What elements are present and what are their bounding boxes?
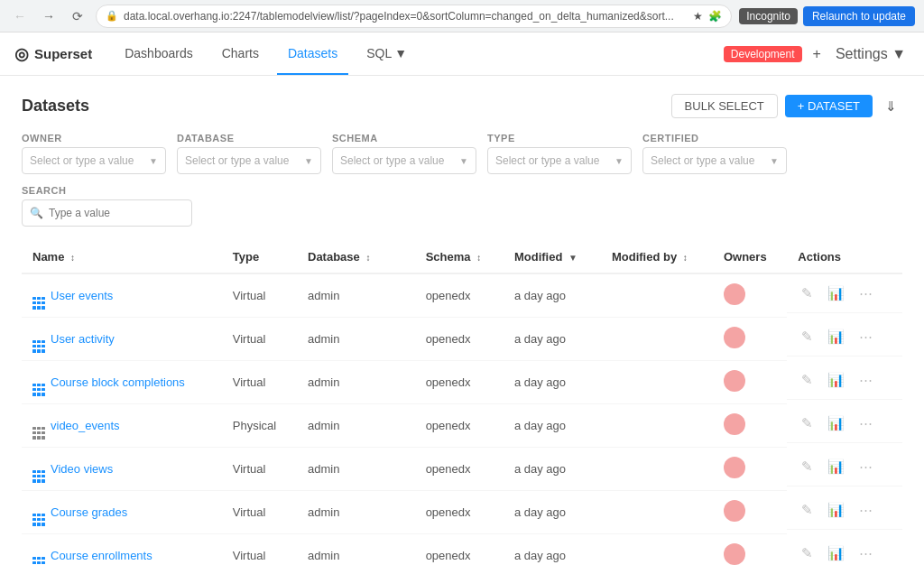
filter-schema-select[interactable]: Select or type a value ▼ [332,147,476,174]
add-nav-button[interactable]: + [809,42,825,66]
forward-button[interactable]: → [38,5,60,27]
search-input[interactable] [49,207,184,219]
more-actions-button[interactable]: ⋯ [855,370,876,390]
add-dataset-button[interactable]: + DATASET [785,95,873,117]
edit-dataset-button[interactable]: ✎ [798,327,817,347]
col-name[interactable]: Name ↕ [22,241,222,273]
virtual-dataset-icon [32,384,45,396]
name-sort-icon: ↕ [70,253,75,263]
cell-modified: a day ago [504,273,601,318]
filter-database-label: DATABASE [177,133,321,144]
more-actions-button[interactable]: ⋯ [855,413,876,433]
more-actions-button[interactable]: ⋯ [855,457,876,477]
filter-certified-select[interactable]: Select or type a value ▼ [642,147,787,174]
cell-actions: ✎📊⋯ [787,274,902,313]
filter-owner-value: Select or type a value [30,154,134,167]
filter-schema-group: SCHEMA Select or type a value ▼ [332,133,476,174]
more-actions-button[interactable]: ⋯ [855,543,876,563]
filter-database-chevron-icon: ▼ [304,156,313,166]
cell-type: Virtual [222,318,297,361]
col-owners: Owners [713,241,787,273]
cell-name: Video views [22,448,222,491]
dataset-name-link[interactable]: Course block completions [51,375,185,389]
edit-dataset-button[interactable]: ✎ [798,370,817,390]
owner-avatar [724,543,745,565]
dataset-name-link[interactable]: Course grades [51,505,127,519]
settings-label: Settings [836,46,888,61]
filter-schema-label: SCHEMA [332,133,476,144]
owner-avatar [724,327,745,348]
cell-database: admin [297,448,415,491]
browser-actions: Incognito Relaunch to update [739,6,915,26]
virtual-dataset-icon [32,514,45,526]
chart-dataset-button[interactable]: 📊 [824,327,848,347]
dataset-name-link[interactable]: video_events [51,419,120,432]
cell-database: admin [297,361,415,404]
filter-certified-group: CERTIFIED Select or type a value ▼ [642,133,787,174]
table-row: Course block completionsVirtualadminopen… [22,361,902,404]
filter-database-select[interactable]: Select or type a value ▼ [177,147,321,174]
settings-button[interactable]: Settings ▼ [832,42,910,66]
filter-owner-group: OWNER Select or type a value ▼ [22,133,166,174]
owner-avatar [724,500,745,522]
cell-name: Course grades [22,491,222,534]
cell-owners [713,448,787,491]
filter-database-group: DATABASE Select or type a value ▼ [177,133,321,174]
edit-dataset-button[interactable]: ✎ [798,543,817,563]
cell-actions: ✎📊⋯ [787,448,902,486]
cell-actions: ✎📊⋯ [787,404,902,443]
nav-sql[interactable]: SQL ▼ [356,33,418,75]
logo-text: Superset [34,46,92,61]
nav-charts[interactable]: Charts [211,33,270,75]
filter-type-chevron-icon: ▼ [614,156,624,166]
reload-button[interactable]: ⟳ [67,5,88,27]
dataset-icon [32,289,45,301]
filter-owner-select[interactable]: Select or type a value ▼ [22,147,166,174]
cell-type: Virtual [222,361,297,404]
more-actions-button[interactable]: ⋯ [855,327,876,347]
virtual-dataset-icon [32,340,45,353]
col-modified[interactable]: Modified ▼ [504,241,601,273]
dataset-name-link[interactable]: Course enrollments [51,549,152,562]
owner-avatar [724,457,745,478]
chart-dataset-button[interactable]: 📊 [824,283,848,303]
sql-chevron-icon: ▼ [394,46,407,60]
logo[interactable]: ◎ Superset [14,44,92,64]
back-button[interactable]: ← [9,5,31,27]
filter-search-label: SEARCH [22,185,192,196]
cell-actions: ✎📊⋯ [787,318,902,357]
edit-dataset-button[interactable]: ✎ [798,457,817,477]
bulk-select-button[interactable]: BULK SELECT [671,94,778,118]
dataset-name-link[interactable]: Video views [51,462,113,476]
filter-owner-chevron-icon: ▼ [149,156,158,166]
download-button[interactable]: ⇓ [880,95,902,118]
chart-dataset-button[interactable]: 📊 [824,500,848,520]
logo-icon: ◎ [14,44,29,64]
search-input-wrap[interactable]: 🔍 [22,199,192,227]
cell-database: admin [297,318,415,361]
cell-modified: a day ago [504,448,601,491]
cell-database: admin [297,404,415,448]
incognito-badge: Incognito [739,8,798,24]
owner-avatar [724,283,745,305]
edit-dataset-button[interactable]: ✎ [798,283,817,303]
cell-actions: ✎📊⋯ [787,491,902,530]
cell-modified-by [601,534,713,566]
chart-dataset-button[interactable]: 📊 [824,370,848,390]
chart-dataset-button[interactable]: 📊 [824,543,848,563]
more-actions-button[interactable]: ⋯ [855,283,876,303]
relaunch-button[interactable]: Relaunch to update [803,6,915,26]
filter-type-select[interactable]: Select or type a value ▼ [487,147,632,174]
chart-dataset-button[interactable]: 📊 [824,457,848,477]
edit-dataset-button[interactable]: ✎ [798,413,817,433]
dataset-name-link[interactable]: User events [51,289,113,302]
more-actions-button[interactable]: ⋯ [855,500,876,520]
dataset-name-link[interactable]: User activity [51,332,115,346]
url-bar[interactable]: 🔒 data.local.overhang.io:2247/tablemodel… [96,5,732,28]
edit-dataset-button[interactable]: ✎ [798,500,817,520]
nav-datasets[interactable]: Datasets [277,33,348,75]
cell-name: Course block completions [22,361,222,404]
col-modified-by[interactable]: Modified by ↕ [601,241,713,273]
nav-dashboards[interactable]: Dashboards [114,33,204,75]
chart-dataset-button[interactable]: 📊 [824,413,848,433]
